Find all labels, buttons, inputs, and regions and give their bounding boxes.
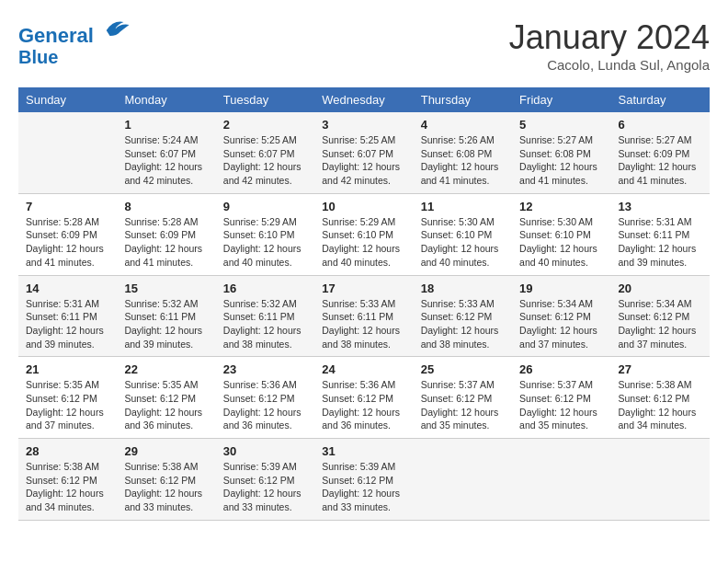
- calendar-cell: 25Sunrise: 5:37 AM Sunset: 6:12 PM Dayli…: [414, 357, 512, 439]
- day-number: 15: [124, 282, 208, 295]
- day-number: 18: [421, 282, 505, 295]
- calendar-cell: 31Sunrise: 5:39 AM Sunset: 6:12 PM Dayli…: [314, 439, 413, 521]
- day-number: 26: [519, 362, 603, 376]
- day-info: Sunrise: 5:24 AM Sunset: 6:07 PM Dayligh…: [124, 133, 208, 188]
- day-number: 17: [322, 282, 405, 295]
- day-info: Sunrise: 5:30 AM Sunset: 6:10 PM Dayligh…: [519, 215, 603, 270]
- day-info: Sunrise: 5:30 AM Sunset: 6:10 PM Dayligh…: [421, 215, 505, 270]
- calendar-cell: [414, 439, 512, 521]
- calendar-cell: 28Sunrise: 5:38 AM Sunset: 6:12 PM Dayli…: [18, 439, 117, 521]
- calendar-cell: 8Sunrise: 5:28 AM Sunset: 6:09 PM Daylig…: [117, 193, 215, 275]
- calendar-cell: 2Sunrise: 5:25 AM Sunset: 6:07 PM Daylig…: [216, 112, 314, 193]
- calendar-cell: 13Sunrise: 5:31 AM Sunset: 6:11 PM Dayli…: [611, 193, 710, 275]
- day-info: Sunrise: 5:33 AM Sunset: 6:11 PM Dayligh…: [322, 297, 405, 351]
- day-number: 12: [519, 200, 603, 213]
- day-number: 9: [223, 200, 307, 213]
- calendar-cell: 9Sunrise: 5:29 AM Sunset: 6:10 PM Daylig…: [216, 193, 314, 275]
- calendar-cell: [611, 439, 710, 521]
- month-title: January 2024: [509, 18, 710, 57]
- day-info: Sunrise: 5:31 AM Sunset: 6:11 PM Dayligh…: [26, 297, 109, 351]
- calendar-cell: 1Sunrise: 5:24 AM Sunset: 6:07 PM Daylig…: [117, 112, 215, 193]
- day-number: 8: [124, 200, 208, 213]
- calendar-cell: 4Sunrise: 5:26 AM Sunset: 6:08 PM Daylig…: [414, 112, 512, 193]
- page-header: General Blue January 2024 Cacolo, Lunda …: [18, 18, 710, 73]
- day-number: 21: [26, 362, 109, 376]
- day-number: 5: [519, 118, 603, 132]
- calendar-cell: 20Sunrise: 5:34 AM Sunset: 6:12 PM Dayli…: [611, 275, 710, 357]
- calendar-cell: 11Sunrise: 5:30 AM Sunset: 6:10 PM Dayli…: [414, 193, 512, 275]
- day-number: 22: [124, 362, 208, 376]
- day-number: 11: [421, 200, 505, 213]
- day-number: 25: [421, 362, 505, 376]
- day-info: Sunrise: 5:37 AM Sunset: 6:12 PM Dayligh…: [421, 378, 505, 432]
- day-number: 24: [322, 362, 405, 376]
- day-number: 16: [223, 282, 307, 295]
- logo-text: General: [18, 18, 131, 47]
- calendar-cell: 6Sunrise: 5:27 AM Sunset: 6:09 PM Daylig…: [611, 112, 710, 193]
- logo: General Blue: [18, 18, 131, 67]
- day-number: 7: [26, 200, 109, 213]
- day-number: 28: [26, 444, 109, 458]
- day-info: Sunrise: 5:29 AM Sunset: 6:10 PM Dayligh…: [223, 215, 307, 270]
- day-number: 6: [619, 118, 702, 132]
- day-info: Sunrise: 5:27 AM Sunset: 6:08 PM Dayligh…: [519, 133, 603, 188]
- calendar-cell: 22Sunrise: 5:35 AM Sunset: 6:12 PM Dayli…: [117, 357, 215, 439]
- calendar-cell: 14Sunrise: 5:31 AM Sunset: 6:11 PM Dayli…: [18, 275, 117, 357]
- weekday-header-saturday: Saturday: [611, 87, 710, 112]
- day-number: 29: [124, 444, 208, 458]
- calendar-cell: [18, 112, 117, 193]
- weekday-header-row: SundayMondayTuesdayWednesdayThursdayFrid…: [18, 87, 710, 112]
- day-info: Sunrise: 5:25 AM Sunset: 6:07 PM Dayligh…: [322, 133, 405, 188]
- calendar-cell: 5Sunrise: 5:27 AM Sunset: 6:08 PM Daylig…: [512, 112, 610, 193]
- day-number: 20: [619, 282, 702, 295]
- day-info: Sunrise: 5:29 AM Sunset: 6:10 PM Dayligh…: [322, 215, 405, 270]
- day-info: Sunrise: 5:28 AM Sunset: 6:09 PM Dayligh…: [124, 215, 208, 270]
- calendar-cell: 21Sunrise: 5:35 AM Sunset: 6:12 PM Dayli…: [18, 357, 117, 439]
- calendar-week-row: 7Sunrise: 5:28 AM Sunset: 6:09 PM Daylig…: [18, 193, 710, 275]
- day-number: 23: [223, 362, 307, 376]
- calendar-cell: 26Sunrise: 5:37 AM Sunset: 6:12 PM Dayli…: [512, 357, 610, 439]
- calendar-cell: 16Sunrise: 5:32 AM Sunset: 6:11 PM Dayli…: [216, 275, 314, 357]
- day-number: 2: [223, 118, 307, 132]
- day-info: Sunrise: 5:27 AM Sunset: 6:09 PM Dayligh…: [619, 133, 702, 188]
- calendar-table: SundayMondayTuesdayWednesdayThursdayFrid…: [18, 87, 710, 521]
- calendar-cell: 30Sunrise: 5:39 AM Sunset: 6:12 PM Dayli…: [216, 439, 314, 521]
- day-number: 27: [619, 362, 702, 376]
- day-number: 13: [619, 200, 702, 213]
- day-number: 1: [124, 118, 208, 132]
- calendar-cell: 24Sunrise: 5:36 AM Sunset: 6:12 PM Dayli…: [314, 357, 413, 439]
- day-info: Sunrise: 5:35 AM Sunset: 6:12 PM Dayligh…: [26, 378, 109, 432]
- weekday-header-sunday: Sunday: [18, 87, 117, 112]
- location-subtitle: Cacolo, Lunda Sul, Angola: [509, 57, 710, 73]
- logo-blue: Blue: [18, 47, 131, 67]
- day-number: 10: [322, 200, 405, 213]
- day-info: Sunrise: 5:33 AM Sunset: 6:12 PM Dayligh…: [421, 297, 505, 351]
- day-info: Sunrise: 5:35 AM Sunset: 6:12 PM Dayligh…: [124, 378, 208, 432]
- calendar-week-row: 14Sunrise: 5:31 AM Sunset: 6:11 PM Dayli…: [18, 275, 710, 357]
- title-block: January 2024 Cacolo, Lunda Sul, Angola: [509, 18, 710, 73]
- day-info: Sunrise: 5:32 AM Sunset: 6:11 PM Dayligh…: [223, 297, 307, 351]
- day-number: 3: [322, 118, 405, 132]
- calendar-week-row: 28Sunrise: 5:38 AM Sunset: 6:12 PM Dayli…: [18, 439, 710, 521]
- calendar-cell: 3Sunrise: 5:25 AM Sunset: 6:07 PM Daylig…: [314, 112, 413, 193]
- day-number: 30: [223, 444, 307, 458]
- day-info: Sunrise: 5:25 AM Sunset: 6:07 PM Dayligh…: [223, 133, 307, 188]
- day-info: Sunrise: 5:38 AM Sunset: 6:12 PM Dayligh…: [619, 378, 702, 432]
- calendar-cell: 17Sunrise: 5:33 AM Sunset: 6:11 PM Dayli…: [314, 275, 413, 357]
- calendar-cell: [512, 439, 610, 521]
- day-info: Sunrise: 5:36 AM Sunset: 6:12 PM Dayligh…: [322, 378, 405, 432]
- day-number: 31: [322, 444, 405, 458]
- calendar-cell: 27Sunrise: 5:38 AM Sunset: 6:12 PM Dayli…: [611, 357, 710, 439]
- calendar-cell: 23Sunrise: 5:36 AM Sunset: 6:12 PM Dayli…: [216, 357, 314, 439]
- day-number: 4: [421, 118, 505, 132]
- calendar-cell: 15Sunrise: 5:32 AM Sunset: 6:11 PM Dayli…: [117, 275, 215, 357]
- day-info: Sunrise: 5:36 AM Sunset: 6:12 PM Dayligh…: [223, 378, 307, 432]
- day-info: Sunrise: 5:34 AM Sunset: 6:12 PM Dayligh…: [619, 297, 702, 351]
- day-info: Sunrise: 5:39 AM Sunset: 6:12 PM Dayligh…: [322, 460, 405, 514]
- day-number: 19: [519, 282, 603, 295]
- day-info: Sunrise: 5:31 AM Sunset: 6:11 PM Dayligh…: [619, 215, 702, 270]
- calendar-cell: 10Sunrise: 5:29 AM Sunset: 6:10 PM Dayli…: [314, 193, 413, 275]
- day-info: Sunrise: 5:38 AM Sunset: 6:12 PM Dayligh…: [26, 460, 109, 514]
- weekday-header-tuesday: Tuesday: [216, 87, 314, 112]
- day-info: Sunrise: 5:39 AM Sunset: 6:12 PM Dayligh…: [223, 460, 307, 514]
